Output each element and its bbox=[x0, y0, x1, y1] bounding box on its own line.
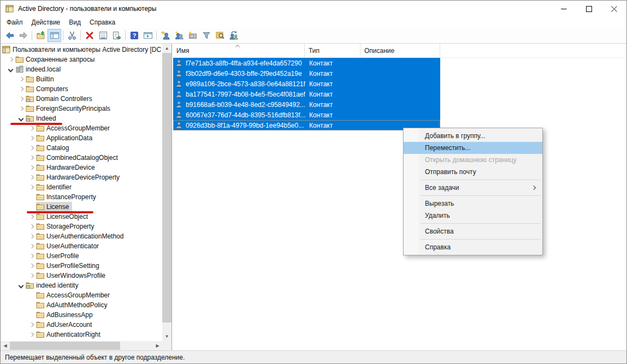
chevron-right-icon[interactable] bbox=[27, 143, 36, 153]
new-group-button[interactable] bbox=[172, 29, 186, 42]
chevron-down-icon[interactable] bbox=[6, 64, 15, 74]
menu-item-send-mail[interactable]: Отправить почту bbox=[404, 166, 542, 178]
chevron-right-icon[interactable] bbox=[27, 241, 36, 251]
tree-item-сохраненные-запросы[interactable]: Сохраненные запросы bbox=[1, 55, 162, 64]
chevron-right-icon[interactable] bbox=[27, 172, 36, 182]
chevron-right-icon[interactable] bbox=[27, 261, 36, 271]
scroll-left-arrow[interactable]: ◀ bbox=[1, 341, 10, 350]
list-row[interactable]: f3b02df9-d6e9-4303-bffe-2f9ed452a19eКонт… bbox=[173, 68, 440, 79]
chevron-right-icon[interactable] bbox=[16, 74, 26, 84]
list-row[interactable]: b91668a6-b039-4e48-8ed2-c95849492...Конт… bbox=[173, 99, 440, 110]
list-row[interactable]: 60067e37-76d7-44db-8395-516dfb813f...Кон… bbox=[173, 110, 440, 120]
menu-item-all-tasks[interactable]: Все задачи bbox=[404, 182, 542, 194]
menubar-item-file[interactable]: Файл bbox=[2, 17, 27, 28]
menubar-item-view[interactable]: Вид bbox=[64, 17, 85, 28]
chevron-right-icon[interactable] bbox=[16, 104, 26, 114]
chevron-right-icon[interactable] bbox=[27, 163, 36, 172]
list-row[interactable]: e989a106-2bce-4573-a838-0e64a88121f4Конт… bbox=[173, 79, 440, 89]
filter-button[interactable] bbox=[199, 29, 213, 42]
menubar-item-help[interactable]: Справка bbox=[85, 17, 120, 28]
chevron-down-icon[interactable] bbox=[16, 114, 26, 123]
tree-item-indeed-local[interactable]: indeed.local bbox=[1, 64, 162, 74]
tree-item-foreignsecurityprincipals[interactable]: ForeignSecurityPrincipals bbox=[1, 104, 162, 114]
properties-button[interactable] bbox=[96, 29, 110, 42]
tree-item-catalog[interactable]: Catalog bbox=[1, 143, 162, 153]
tree-item-builtin[interactable]: Builtin bbox=[1, 74, 162, 84]
menu-item-help[interactable]: Справка bbox=[404, 241, 542, 253]
tree-item-hardwaredevice[interactable]: HardwareDevice bbox=[1, 163, 162, 172]
action-pane-button[interactable] bbox=[141, 29, 155, 42]
tree-item-indeed[interactable]: Indeed bbox=[1, 114, 162, 123]
find-button[interactable] bbox=[213, 29, 227, 42]
tree-item-userwindowsprofile[interactable]: UserWindowsProfile bbox=[1, 271, 162, 281]
column-header-описание[interactable]: Описание bbox=[360, 44, 440, 57]
tree-item-adbusinessapp[interactable]: AdBusinessApp bbox=[1, 310, 162, 320]
chevron-right-icon[interactable] bbox=[16, 84, 26, 94]
menu-item-delete[interactable]: Удалить bbox=[404, 210, 542, 222]
scroll-thumb[interactable] bbox=[162, 53, 171, 323]
chevron-right-icon[interactable] bbox=[27, 251, 36, 261]
chevron-down-icon[interactable] bbox=[16, 281, 26, 290]
tree-item-userprofilesetting[interactable]: UserProfileSetting bbox=[1, 261, 162, 271]
tree-item-label: AdBusinessApp bbox=[46, 311, 94, 319]
chevron-right-icon[interactable] bbox=[27, 271, 36, 281]
chevron-right-icon[interactable] bbox=[27, 231, 36, 241]
forward-button[interactable] bbox=[16, 29, 30, 42]
scroll-up-arrow[interactable]: ▲ bbox=[162, 44, 171, 53]
chevron-right-icon[interactable] bbox=[27, 330, 36, 339]
scroll-down-arrow[interactable]: ▼ bbox=[162, 332, 171, 341]
list-row[interactable]: f7e71ab3-a8fb-4ffa-a934-efe4da657290Конт… bbox=[173, 58, 440, 68]
tree-vertical-scrollbar[interactable]: ▲ ▼ bbox=[162, 44, 171, 341]
tree-item-identifier[interactable]: Identifier bbox=[1, 182, 162, 192]
delete-button[interactable] bbox=[82, 29, 96, 42]
scroll-right-arrow[interactable]: ▶ bbox=[153, 341, 162, 350]
new-ou-button[interactable] bbox=[186, 29, 199, 42]
tree-item-instanceproperty[interactable]: InstanceProperty bbox=[1, 192, 162, 202]
tree-item-applicationdata[interactable]: ApplicationData bbox=[1, 133, 162, 143]
chevron-right-icon[interactable] bbox=[27, 182, 36, 192]
new-user-button[interactable] bbox=[158, 29, 172, 42]
object-type: Контакт bbox=[305, 59, 361, 67]
tree-item-aduseraccount[interactable]: AdUserAccount bbox=[1, 320, 162, 330]
close-button[interactable] bbox=[601, 1, 626, 17]
menu-item-properties[interactable]: Свойства bbox=[404, 225, 542, 237]
tree-item-hardwaredeviceproperty[interactable]: HardwareDeviceProperty bbox=[1, 172, 162, 182]
chevron-right-icon[interactable] bbox=[6, 55, 15, 64]
chevron-right-icon[interactable] bbox=[27, 153, 36, 163]
list-row[interactable]: ba177541-7997-4b08-b4e5-f5ec4f081aefКонт… bbox=[173, 89, 440, 99]
tree-horizontal-scrollbar[interactable]: ◀ ▶ bbox=[1, 341, 162, 350]
back-button[interactable] bbox=[3, 29, 16, 42]
minimize-button[interactable] bbox=[551, 1, 576, 17]
tree-item-combinedcatalogobject[interactable]: CombinedCatalogObject bbox=[1, 153, 162, 163]
tree-item-userprofile[interactable]: UserProfile bbox=[1, 251, 162, 261]
menubar-item-action[interactable]: Действие bbox=[27, 17, 65, 28]
change-domain-button[interactable] bbox=[227, 29, 240, 42]
tree-item-indeed-identity[interactable]: indeed identity bbox=[1, 281, 162, 290]
help-button[interactable]: ? bbox=[127, 29, 141, 42]
chevron-right-icon[interactable] bbox=[16, 94, 26, 104]
tree-item-userauthenticationmethod[interactable]: UserAuthenticationMethod bbox=[1, 231, 162, 241]
scroll-thumb[interactable] bbox=[10, 342, 120, 350]
console-tree-button[interactable] bbox=[48, 29, 61, 42]
tree-item-domain-controllers[interactable]: Domain Controllers bbox=[1, 94, 162, 104]
tree-item-adauthmethodpolicy[interactable]: AdAuthMethodPolicy bbox=[1, 300, 162, 310]
maximize-button[interactable] bbox=[576, 1, 601, 17]
chevron-right-icon[interactable] bbox=[27, 320, 36, 330]
menu-item-add-to-group[interactable]: Добавить в группу... bbox=[404, 130, 542, 142]
tree-item-userauthenticator[interactable]: UserAuthenticator bbox=[1, 241, 162, 251]
export-list-button[interactable] bbox=[110, 29, 123, 42]
up-level-button[interactable] bbox=[34, 29, 48, 42]
menu-item-cut[interactable]: Вырезать bbox=[404, 198, 542, 210]
tree-item-authenticatorright[interactable]: AuthenticatorRight bbox=[1, 330, 162, 339]
chevron-right-icon[interactable] bbox=[27, 133, 36, 143]
column-header-тип[interactable]: Тип bbox=[305, 44, 360, 57]
tree-item-computers[interactable]: Computers bbox=[1, 84, 162, 94]
chevron-right-icon[interactable] bbox=[27, 222, 36, 231]
tree-item-accessgroupmember[interactable]: AccessGroupMember bbox=[1, 290, 162, 300]
cut-button[interactable] bbox=[65, 29, 79, 42]
tree-item-storageproperty[interactable]: StorageProperty bbox=[1, 222, 162, 231]
tree-item-пользователи-и-компьютеры-active-directory-dc[interactable]: Пользователи и компьютеры Active Directo… bbox=[1, 45, 162, 55]
list-row[interactable]: 0926d3bb-8f1a-4979-99bd-1ee94b5e0...Конт… bbox=[173, 120, 440, 130]
tree-item-license[interactable]: License bbox=[1, 202, 162, 212]
menu-item-move[interactable]: Переместить... bbox=[404, 142, 542, 154]
